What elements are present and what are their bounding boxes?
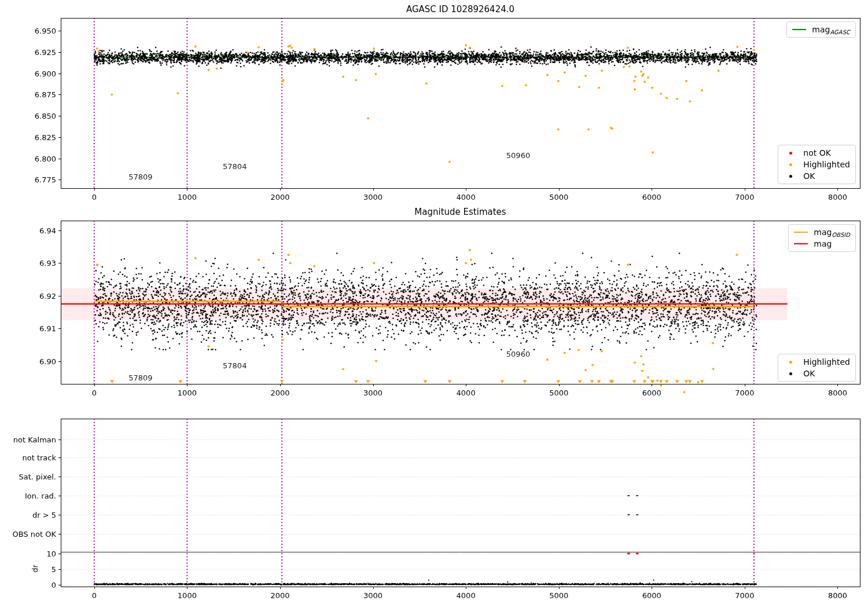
obsid-annotation-50960: 50960 <box>506 350 530 358</box>
legend-entry-highlighted: Highlighted <box>783 160 850 169</box>
y-tick-label: 6.950 <box>35 27 56 35</box>
agasc-id-title: AGASC ID 1028926424.0 <box>406 4 514 14</box>
legend-label: mag <box>812 25 830 34</box>
orange-dot-swatch <box>789 361 792 364</box>
legend-label: OK <box>803 369 815 378</box>
x-tick-label: 4000 <box>457 193 476 202</box>
figure: AGASC ID 1028926424.0 Magnitude Estimate… <box>0 0 868 608</box>
x-tick-label: 0 <box>92 193 97 202</box>
flag-tick-label: OBS not OK <box>13 530 57 539</box>
quality-legend-top-panel: not OK Highlighted OK <box>778 145 856 184</box>
y-tick-label: 6.925 <box>35 47 56 56</box>
green-line-swatch <box>792 29 806 30</box>
legend-label: not OK <box>803 148 831 158</box>
red-dot-swatch <box>789 152 792 155</box>
flag-tick-label: not Kalman <box>13 435 56 444</box>
black-dot-swatch <box>789 175 792 178</box>
x-tick-label: 5000 <box>549 193 568 202</box>
y-tick-label: 6.775 <box>35 175 56 184</box>
y-tick-label: 6.825 <box>35 133 56 141</box>
dr-axis-label: dr <box>31 565 39 573</box>
obsid-annotation-50960: 50960 <box>506 151 530 159</box>
magnitude-estimates-panel: magOBSID mag Highlighted OK <box>61 221 860 384</box>
x-tick-label: 8000 <box>828 389 847 397</box>
legend-entry-mag-agasc: magAGASC <box>792 25 850 34</box>
legend-entry-ok: OK <box>783 171 850 181</box>
x-tick-label: 7000 <box>735 591 754 600</box>
y-tick-label: 6.875 <box>35 90 56 99</box>
x-tick-label: 0 <box>92 389 97 397</box>
y-tick-label: 6.91 <box>39 324 56 333</box>
agasc-mag-panel: magAGASC not OK Highlighted OK <box>61 18 860 188</box>
legend-entry-mag: mag <box>793 239 850 248</box>
y-tick-label: 6.900 <box>35 69 56 78</box>
x-tick-label: 4000 <box>457 591 476 600</box>
x-tick-label: 2000 <box>270 591 289 600</box>
flag-tick-label: Ion. rad. <box>25 492 56 500</box>
y-tick-label: 6.93 <box>39 259 56 268</box>
x-tick-label: 2000 <box>270 193 289 202</box>
obsid-annotation-57804: 57804 <box>223 162 247 170</box>
quality-legend-mid-panel: Highlighted OK <box>778 354 856 382</box>
legend-label-subscript: OBSID <box>832 232 850 238</box>
x-tick-label: 5000 <box>549 591 568 600</box>
legend-label: mag <box>814 228 832 237</box>
y-tick-label: 0 <box>52 581 56 589</box>
y-tick-label: 6.90 <box>39 357 56 365</box>
x-tick-label: 8000 <box>828 591 847 600</box>
flag-tick-label: not track <box>22 453 56 462</box>
x-tick-label: 2000 <box>270 389 289 397</box>
x-tick-label: 6000 <box>642 193 661 202</box>
legend-label: Highlighted <box>803 160 850 169</box>
legend-entry-ok: OK <box>783 369 850 378</box>
legend-label: OK <box>803 171 815 181</box>
x-tick-label: 1000 <box>178 193 197 202</box>
legend-entry-highlighted: Highlighted <box>783 357 850 367</box>
x-tick-label: 6000 <box>642 389 661 397</box>
x-tick-label: 8000 <box>828 193 847 202</box>
orange-line-swatch <box>794 232 808 233</box>
x-tick-label: 3000 <box>363 591 382 600</box>
x-tick-label: 4000 <box>457 389 476 397</box>
y-tick-label: 6.92 <box>39 291 56 300</box>
y-tick-label: 6.800 <box>35 154 56 163</box>
flag-tick-label: Sat. pixel. <box>19 473 56 481</box>
obsid-annotation-57809: 57809 <box>128 173 152 181</box>
y-tick-label: 5 <box>52 565 56 574</box>
legend-label: mag <box>814 239 832 248</box>
x-tick-label: 5000 <box>549 389 568 397</box>
x-tick-label: 0 <box>92 591 97 600</box>
x-tick-label: 6000 <box>642 591 661 600</box>
mag-agasc-legend: magAGASC <box>786 21 856 38</box>
obsid-annotation-57804: 57804 <box>223 361 247 369</box>
x-tick-label: 3000 <box>363 389 382 397</box>
legend-label: Highlighted <box>803 357 850 367</box>
x-tick-label: 1000 <box>178 591 197 600</box>
legend-entry-not-ok: not OK <box>783 148 850 158</box>
x-tick-label: 7000 <box>735 193 754 202</box>
y-tick-label: 10 <box>46 550 56 558</box>
x-tick-label: 7000 <box>735 389 754 397</box>
mag-lines-legend: magOBSID mag <box>788 224 856 252</box>
black-dot-swatch <box>789 372 792 375</box>
y-tick-label: 6.850 <box>35 112 56 120</box>
obsid-annotation-57809: 57809 <box>128 373 152 382</box>
magnitude-estimates-title: Magnitude Estimates <box>414 207 506 217</box>
x-tick-label: 3000 <box>363 193 382 202</box>
flag-tick-label: dr > 5 <box>32 511 56 519</box>
orange-dot-swatch <box>789 163 792 166</box>
legend-label-subscript: AGASC <box>830 29 850 35</box>
red-line-swatch <box>794 243 808 244</box>
flags-panel <box>61 419 860 587</box>
y-tick-label: 6.94 <box>39 226 56 235</box>
legend-entry-mag-obsid: magOBSID <box>793 228 850 237</box>
x-tick-label: 1000 <box>178 389 197 397</box>
